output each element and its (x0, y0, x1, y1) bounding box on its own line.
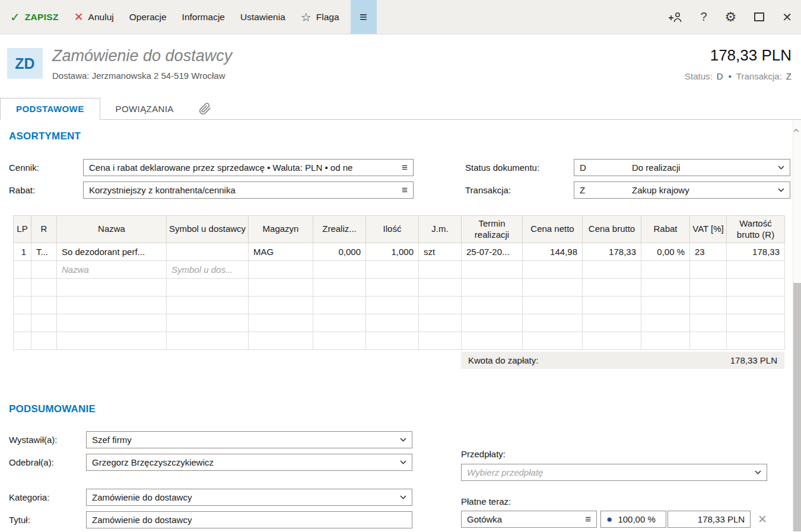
cell[interactable] (313, 261, 366, 279)
cell[interactable] (419, 279, 462, 297)
cell-r[interactable]: T... (31, 243, 57, 261)
cell[interactable] (57, 332, 167, 350)
hamburger-menu-button[interactable]: ≡ (351, 0, 377, 34)
cell[interactable] (583, 314, 641, 332)
cell-nazwa[interactable]: So dezodorant perf... (57, 243, 167, 261)
operations-menu[interactable]: Operacje (122, 0, 174, 34)
cell[interactable] (727, 314, 785, 332)
cell[interactable] (249, 261, 313, 279)
tytul-input[interactable]: Zamówienie do dostawcy (86, 511, 412, 528)
cell[interactable] (313, 297, 366, 314)
cell-vat[interactable]: 23 (690, 243, 727, 261)
flag-button[interactable]: ☆ Flaga (293, 0, 347, 34)
tab-podstawowe[interactable]: PODSTAWOWE (0, 98, 100, 120)
cell[interactable] (462, 314, 523, 332)
payment-percent-field[interactable]: ● 100,00 % (600, 511, 666, 528)
cell[interactable] (31, 314, 57, 332)
col-cena-brutto[interactable]: Cena brutto (583, 216, 641, 243)
new-item-symbol-input[interactable]: Symbol u dos... (167, 261, 249, 279)
cell-jm[interactable]: szt (419, 243, 462, 261)
cell-termin[interactable]: 25-07-20... (462, 243, 523, 261)
cell[interactable] (57, 279, 167, 297)
col-lp[interactable]: LP (14, 216, 31, 243)
cell-ilosc[interactable]: 1,000 (366, 243, 419, 261)
cell-lp[interactable]: 1 (14, 243, 31, 261)
new-item-nazwa-input[interactable]: Nazwa (57, 261, 167, 279)
cell[interactable] (690, 297, 727, 314)
cell[interactable] (419, 332, 462, 350)
cell[interactable] (523, 297, 583, 314)
empty-row[interactable] (14, 279, 785, 297)
empty-row[interactable] (14, 314, 785, 332)
cell[interactable] (366, 314, 419, 332)
cell[interactable] (641, 261, 690, 279)
cell-symbol[interactable] (167, 243, 249, 261)
cell[interactable] (167, 279, 249, 297)
rabat-field[interactable]: Korzystniejszy z kontrahenta/cennika ≡ (83, 181, 414, 199)
cell[interactable] (523, 314, 583, 332)
rabat-menu-icon[interactable]: ≡ (402, 184, 408, 196)
cell[interactable] (523, 279, 583, 297)
cell[interactable] (641, 332, 690, 350)
cell[interactable] (366, 279, 419, 297)
cell[interactable] (313, 332, 366, 350)
col-r[interactable]: R (31, 216, 57, 243)
payment-menu-icon[interactable]: ≡ (585, 514, 591, 525)
attachments-button[interactable] (189, 98, 221, 119)
cell[interactable] (641, 297, 690, 314)
cell[interactable] (14, 279, 31, 297)
cell[interactable] (462, 261, 523, 279)
cell[interactable] (14, 297, 31, 314)
cell[interactable] (313, 314, 366, 332)
cell[interactable] (727, 261, 785, 279)
cell-magazyn[interactable]: MAG (249, 243, 313, 261)
col-nazwa[interactable]: Nazwa (57, 216, 167, 243)
add-contractor-button[interactable] (659, 0, 691, 34)
wystawil-select[interactable]: Szef firmy (86, 431, 412, 448)
cell[interactable] (690, 261, 727, 279)
cell[interactable] (462, 279, 523, 297)
cell[interactable] (583, 297, 641, 314)
cell[interactable] (31, 279, 57, 297)
cell[interactable] (727, 279, 785, 297)
kategoria-select[interactable]: Zamówienie do dostawcy (86, 489, 412, 506)
cell[interactable] (583, 332, 641, 350)
cennik-menu-icon[interactable]: ≡ (402, 162, 408, 174)
cell[interactable] (727, 297, 785, 314)
status-dokumentu-select[interactable]: D Do realizacji (574, 159, 790, 176)
col-wartosc-brutto[interactable]: Wartość brutto (R) (727, 216, 785, 243)
settings-menu[interactable]: Ustawienia (233, 0, 293, 34)
new-item-row[interactable]: Nazwa Symbol u dos... (14, 261, 785, 279)
cell[interactable] (167, 314, 249, 332)
cell[interactable] (419, 297, 462, 314)
payment-amount-field[interactable]: 178,33 PLN (668, 511, 751, 528)
col-zrealizowano[interactable]: Zrealiz... (313, 216, 366, 243)
cell[interactable] (641, 314, 690, 332)
col-cena-netto[interactable]: Cena netto (523, 216, 583, 243)
cell[interactable] (583, 279, 641, 297)
settings-gear-button[interactable]: ⚙ (716, 0, 746, 34)
information-menu[interactable]: Informacje (174, 0, 233, 34)
cell-wartosc[interactable]: 178,33 (727, 243, 785, 261)
cell[interactable] (249, 314, 313, 332)
cell-cena-brutto[interactable]: 178,33 (583, 243, 641, 261)
close-window-button[interactable]: ✕ (773, 0, 801, 34)
cell[interactable] (366, 297, 419, 314)
tab-powiazania[interactable]: POWIĄZANIA (100, 98, 189, 120)
help-button[interactable]: ? (691, 0, 716, 34)
odebral-select[interactable]: Grzegorz Brzęczyszczykiewicz (86, 454, 412, 471)
przedplaty-select[interactable]: Wybierz przedpłatę (461, 464, 767, 481)
cell[interactable] (249, 279, 313, 297)
col-termin[interactable]: Termin realizacji (462, 216, 523, 243)
cell[interactable] (14, 332, 31, 350)
empty-row[interactable] (14, 297, 785, 314)
remove-payment-button[interactable]: ✕ (758, 512, 767, 526)
cennik-field[interactable]: Cena i rabat deklarowane przez sprzedawc… (83, 159, 414, 176)
cell[interactable] (462, 297, 523, 314)
cell-rabat[interactable]: 0,00 % (641, 243, 690, 261)
empty-row[interactable] (14, 332, 785, 350)
cell[interactable] (31, 332, 57, 350)
cell[interactable] (167, 332, 249, 350)
cell[interactable] (249, 297, 313, 314)
transakcja-select[interactable]: Z Zakup krajowy (574, 181, 790, 199)
